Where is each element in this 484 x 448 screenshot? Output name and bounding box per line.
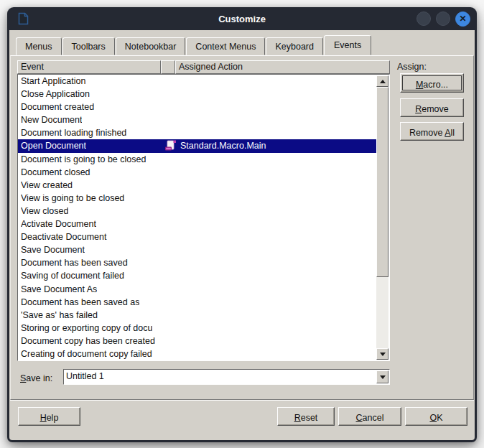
combo-dropdown-button[interactable]: [376, 370, 388, 383]
ok-button[interactable]: OK: [405, 407, 467, 426]
event-row[interactable]: Start Application: [18, 75, 377, 88]
event-row[interactable]: View created: [18, 179, 377, 192]
event-row[interactable]: Saving of document failed: [18, 269, 377, 282]
remove-all-button[interactable]: Remove All: [400, 122, 464, 141]
event-cell: Save Document As: [21, 283, 97, 296]
close-icon: ✕: [459, 14, 466, 23]
event-row[interactable]: Close Application: [18, 88, 377, 101]
assigned-action-cell: Standard.Macro.Main: [180, 139, 266, 152]
tab-keyboard[interactable]: Keyboard: [266, 37, 323, 55]
event-row[interactable]: Document is going to be closed: [18, 153, 377, 166]
arrow-down-icon: [380, 353, 386, 356]
event-cell: Activate Document: [21, 218, 96, 230]
window-title: Customize: [7, 14, 477, 24]
event-row[interactable]: New Document: [18, 113, 377, 126]
event-cell: Save Document: [21, 243, 85, 256]
minimize-button[interactable]: [416, 11, 431, 26]
event-row[interactable]: Document loading finished: [18, 126, 377, 139]
event-cell: Storing or exporting copy of docu: [21, 322, 152, 335]
scroll-down-button[interactable]: [376, 348, 388, 360]
event-cell: Creating of document copy failed: [21, 347, 152, 360]
event-row[interactable]: Document copy has been created: [18, 335, 377, 347]
event-cell: Close Application: [21, 88, 90, 101]
column-header-event[interactable]: Event: [17, 60, 161, 74]
assign-label: Assign:: [397, 62, 427, 72]
event-row[interactable]: Document closed: [18, 166, 377, 179]
maximize-button[interactable]: [436, 11, 450, 26]
event-row[interactable]: View closed: [18, 205, 377, 218]
event-row[interactable]: Activate Document: [18, 218, 377, 230]
arrow-up-icon: [380, 80, 386, 83]
event-cell: Start Application: [21, 75, 85, 88]
tab-notebookbar[interactable]: Notebookbar: [116, 37, 186, 55]
event-row[interactable]: Deactivate Document: [18, 230, 377, 243]
tab-events[interactable]: Events: [324, 35, 371, 55]
event-cell: View closed: [21, 205, 68, 218]
event-row[interactable]: Document created: [18, 101, 377, 113]
macro-button[interactable]: Macro...: [400, 73, 464, 93]
titlebar[interactable]: Customize ✕: [7, 7, 477, 30]
close-button[interactable]: ✕: [455, 11, 470, 27]
tab-strip: Menus Toolbars Notebookbar Context Menus…: [16, 35, 372, 55]
event-row[interactable]: Creating of document copy failed: [18, 347, 377, 360]
event-cell: Document is going to be closed: [21, 153, 146, 166]
event-row[interactable]: Storing or exporting copy of docu: [18, 322, 377, 335]
customize-dialog-window: Customize ✕ Menus Toolbars Notebookbar C…: [7, 7, 477, 442]
vertical-scrollbar[interactable]: [376, 75, 388, 360]
column-header-blank: [161, 60, 175, 74]
event-row[interactable]: Save Document As: [18, 283, 377, 296]
event-row[interactable]: Save Document: [18, 243, 377, 256]
tab-context-menus[interactable]: Context Menus: [186, 37, 265, 55]
scrollbar-thumb[interactable]: [376, 87, 388, 277]
event-row-selected[interactable]: Open Document Standard.Macro.Main: [18, 139, 377, 152]
scroll-up-button[interactable]: [376, 75, 388, 87]
reset-button[interactable]: Reset: [277, 407, 335, 426]
dialog-body: Menus Toolbars Notebookbar Context Menus…: [9, 30, 475, 440]
cancel-button[interactable]: Cancel: [338, 407, 401, 426]
column-header-assigned-action[interactable]: Assigned Action: [175, 60, 390, 74]
chevron-down-icon: [380, 375, 386, 379]
event-cell: View created: [21, 179, 73, 192]
macro-icon: [164, 140, 177, 151]
event-row[interactable]: 'Save as' has failed: [18, 309, 377, 322]
document-icon: [18, 12, 29, 25]
event-cell: Open Document: [21, 139, 86, 152]
event-list: Start Application Close Application Docu…: [17, 74, 390, 361]
remove-button[interactable]: Remove: [400, 98, 464, 117]
tab-menus[interactable]: Menus: [16, 37, 62, 55]
event-row[interactable]: Document has been saved as: [18, 296, 377, 309]
save-in-value: Untitled 1: [66, 371, 104, 381]
tab-toolbars[interactable]: Toolbars: [62, 37, 115, 55]
event-cell: 'Save as' has failed: [21, 309, 98, 322]
event-cell: Document created: [21, 101, 94, 113]
event-cell: View is going to be closed: [21, 192, 124, 205]
event-cell: New Document: [21, 113, 82, 126]
event-cell: Saving of document failed: [21, 269, 124, 282]
event-cell: Document has been saved: [21, 256, 128, 269]
help-button[interactable]: Help: [18, 407, 80, 426]
save-in-label: Save in:: [20, 373, 52, 383]
event-table-header: Event Assigned Action: [17, 60, 390, 74]
event-cell: Document has been saved as: [21, 296, 139, 309]
event-cell: Document loading finished: [21, 126, 126, 139]
event-cell: Document copy has been created: [21, 335, 155, 347]
event-rows: Start Application Close Application Docu…: [18, 75, 377, 360]
event-row[interactable]: View is going to be closed: [18, 192, 377, 205]
event-cell: Deactivate Document: [21, 230, 107, 243]
event-row[interactable]: Document has been saved: [18, 256, 377, 269]
save-in-combobox[interactable]: Untitled 1: [63, 369, 390, 385]
event-cell: Document closed: [21, 166, 90, 179]
